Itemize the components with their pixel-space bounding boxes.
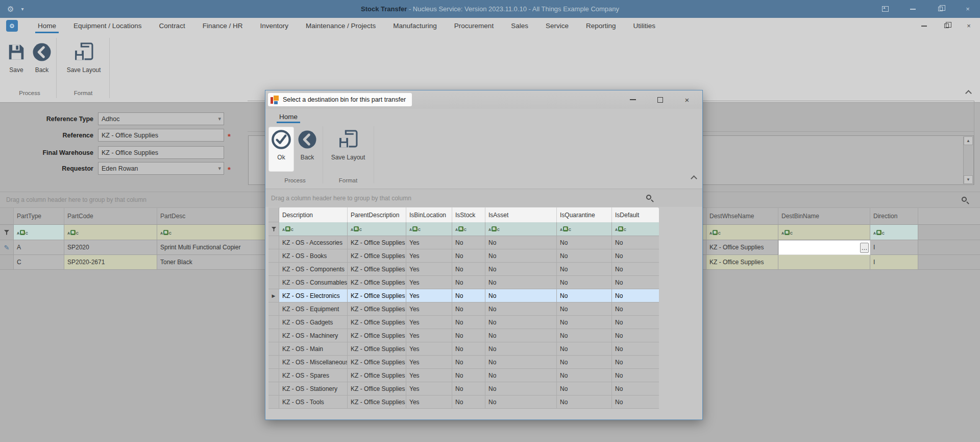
cell-isdefault[interactable]: No: [612, 236, 659, 249]
cell-parentdescription[interactable]: KZ - Office Supplies: [348, 356, 406, 369]
table-row[interactable]: ▶ KZ - OS - Main KZ - Office Supplies Ye…: [268, 342, 663, 356]
cell-isdefault[interactable]: No: [612, 369, 659, 382]
cell-description[interactable]: KZ - OS - Accessories: [279, 236, 348, 249]
cell-isstock[interactable]: No: [452, 329, 485, 342]
ribbon-tab[interactable]: Sales: [502, 18, 537, 34]
cell-isquarantine[interactable]: No: [557, 249, 612, 263]
cell-isasset[interactable]: No: [485, 382, 557, 396]
cell-isstock[interactable]: No: [452, 303, 485, 316]
filter-cell-isdefault[interactable]: ABC: [612, 222, 659, 236]
cell-isquarantine[interactable]: No: [557, 342, 612, 356]
cell-isasset[interactable]: No: [485, 303, 557, 316]
column-header-parentdescription[interactable]: ParentDescription: [348, 207, 406, 222]
dialog-save-layout-button[interactable]: Save Layout: [326, 127, 371, 171]
ribbon-tab[interactable]: Procurement: [446, 18, 502, 34]
cell-isasset[interactable]: No: [485, 369, 557, 382]
cell-parentdescription[interactable]: KZ - Office Supplies: [348, 276, 406, 289]
ribbon-tab[interactable]: Inventory: [251, 18, 297, 34]
table-row[interactable]: ▶ KZ - OS - Components KZ - Office Suppl…: [268, 263, 663, 276]
cell-isasset[interactable]: No: [485, 249, 557, 263]
table-row[interactable]: ▶ KZ - OS - Accessories KZ - Office Supp…: [268, 236, 663, 249]
filter-cell-parentdescription[interactable]: ABC: [348, 222, 406, 236]
dialog-close-button[interactable]: ×: [683, 96, 691, 104]
cell-isbinlocation[interactable]: Yes: [406, 356, 452, 369]
scroll-down-button[interactable]: ▼: [964, 175, 973, 184]
cell-isdefault[interactable]: No: [612, 342, 659, 356]
mdi-minimize-button[interactable]: [920, 22, 928, 30]
table-row[interactable]: ▶ KZ - OS - Miscellaneous KZ - Office Su…: [268, 356, 663, 369]
cell-direction[interactable]: I: [870, 255, 918, 270]
chevron-down-icon[interactable]: ▾: [218, 165, 221, 172]
ribbon-tab[interactable]: Home: [29, 18, 65, 34]
cell-description[interactable]: KZ - OS - Tools: [279, 396, 348, 409]
cell-isdefault[interactable]: No: [612, 396, 659, 409]
cell-isstock[interactable]: No: [452, 396, 485, 409]
cell-isasset[interactable]: No: [485, 236, 557, 249]
dialog-group-by-panel[interactable]: Drag a column header here to group by th…: [265, 189, 702, 207]
cell-isquarantine[interactable]: No: [557, 303, 612, 316]
column-header-isasset[interactable]: IsAsset: [485, 207, 557, 222]
cell-description[interactable]: KZ - OS - Stationery: [279, 382, 348, 396]
cell-description[interactable]: KZ - OS - Main: [279, 342, 348, 356]
cell-isstock[interactable]: No: [452, 342, 485, 356]
ribbon-tab[interactable]: Maintenance / Projects: [297, 18, 384, 34]
collapse-ribbon-icon[interactable]: [965, 90, 972, 97]
cell-description[interactable]: KZ - OS - Consumables: [279, 276, 348, 289]
filter-cell-isasset[interactable]: ABC: [485, 222, 557, 236]
cell-parentdescription[interactable]: KZ - Office Supplies: [348, 342, 406, 356]
cell-isbinlocation[interactable]: Yes: [406, 303, 452, 316]
save-button[interactable]: Save: [4, 40, 29, 84]
destbin-editor-cell[interactable]: …: [778, 240, 870, 255]
filter-cell-description[interactable]: ABC: [279, 222, 348, 236]
cell-isquarantine[interactable]: No: [557, 263, 612, 276]
table-row[interactable]: ▶ KZ - OS - Tools KZ - Office Supplies Y…: [268, 396, 663, 409]
cell-isdefault[interactable]: No: [612, 356, 659, 369]
cell-isbinlocation[interactable]: Yes: [406, 276, 452, 289]
cell-isdefault[interactable]: No: [612, 316, 659, 329]
cell-parentdescription[interactable]: KZ - Office Supplies: [348, 382, 406, 396]
cell-parttype[interactable]: A: [14, 240, 64, 255]
cell-isbinlocation[interactable]: Yes: [406, 369, 452, 382]
cell-isstock[interactable]: No: [452, 276, 485, 289]
search-icon[interactable]: [962, 197, 967, 202]
gear-icon[interactable]: ⚙: [7, 5, 14, 14]
cell-isquarantine[interactable]: No: [557, 276, 612, 289]
cell-isquarantine[interactable]: No: [557, 356, 612, 369]
cell-isstock[interactable]: No: [452, 356, 485, 369]
cell-isasset[interactable]: No: [485, 289, 557, 303]
cell-description[interactable]: KZ - OS - Gadgets: [279, 316, 348, 329]
cell-parentdescription[interactable]: KZ - Office Supplies: [348, 303, 406, 316]
cell-description[interactable]: KZ - OS - Spares: [279, 369, 348, 382]
cell-parentdescription[interactable]: KZ - Office Supplies: [348, 263, 406, 276]
cell-isdefault[interactable]: No: [612, 329, 659, 342]
column-header-direction[interactable]: Direction: [870, 207, 918, 225]
column-header-destwhsename[interactable]: DestWhseName: [706, 207, 778, 225]
chevron-down-icon[interactable]: ▾: [21, 6, 23, 12]
table-row[interactable]: ▶ KZ - OS - Electronics KZ - Office Supp…: [268, 289, 663, 303]
ribbon-tab[interactable]: Utilities: [624, 18, 664, 34]
dialog-tab-home[interactable]: Home: [277, 109, 300, 124]
cell-isquarantine[interactable]: No: [557, 316, 612, 329]
cell-isdefault[interactable]: No: [612, 303, 659, 316]
column-header-description[interactable]: Description: [279, 207, 348, 222]
cell-isasset[interactable]: No: [485, 263, 557, 276]
cell-partcode[interactable]: SP2020-2671: [64, 255, 157, 270]
dialog-minimize-button[interactable]: [629, 96, 637, 104]
cell-isquarantine[interactable]: No: [557, 369, 612, 382]
cell-isquarantine[interactable]: No: [557, 236, 612, 249]
mdi-close-button[interactable]: ×: [965, 22, 973, 30]
cell-isbinlocation[interactable]: Yes: [406, 263, 452, 276]
filter-cell-isquarantine[interactable]: ABC: [557, 222, 612, 236]
table-row[interactable]: ▶ KZ - OS - Stationery KZ - Office Suppl…: [268, 382, 663, 396]
cell-parentdescription[interactable]: KZ - Office Supplies: [348, 236, 406, 249]
column-header-isdefault[interactable]: IsDefault: [612, 207, 659, 222]
cell-description[interactable]: KZ - OS - Components: [279, 263, 348, 276]
search-icon[interactable]: [646, 195, 651, 200]
reference-type-select[interactable]: Adhoc▾: [98, 112, 224, 125]
cell-isasset[interactable]: No: [485, 329, 557, 342]
mdi-restore-button[interactable]: [942, 22, 950, 30]
column-header-destbinname[interactable]: DestBinName: [778, 207, 870, 225]
filter-cell-partcode[interactable]: ABC: [64, 225, 157, 240]
table-row[interactable]: ▶ KZ - OS - Consumables KZ - Office Supp…: [268, 276, 663, 289]
cell-isstock[interactable]: No: [452, 249, 485, 263]
